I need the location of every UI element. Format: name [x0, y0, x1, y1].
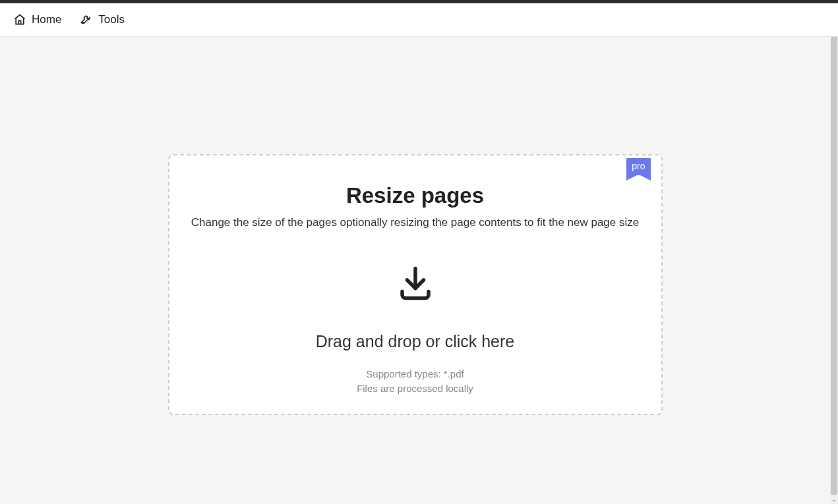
- download-icon: [396, 264, 435, 303]
- processed-locally: Files are processed locally: [357, 381, 473, 397]
- navbar: Home Tools: [0, 3, 838, 37]
- scrollbar-down-button[interactable]: ⌄: [830, 495, 838, 504]
- pro-badge: pro: [626, 158, 650, 175]
- dropzone-instruction: Drag and drop or click here: [316, 332, 515, 351]
- nav-home-label: Home: [32, 13, 61, 26]
- scrollbar[interactable]: [830, 37, 838, 495]
- pro-badge-label: pro: [632, 161, 645, 171]
- file-dropzone[interactable]: pro Resize pages Change the size of the …: [168, 154, 663, 415]
- home-icon: [13, 13, 26, 26]
- tools-icon: [80, 13, 93, 26]
- nav-tools[interactable]: Tools: [80, 13, 125, 26]
- scrollbar-thumb[interactable]: [831, 37, 837, 495]
- nav-tools-label: Tools: [98, 13, 125, 26]
- nav-home[interactable]: Home: [13, 13, 61, 26]
- supported-types: Supported types: *.pdf: [366, 367, 464, 382]
- page-subtitle: Change the size of the pages optionally …: [191, 215, 640, 231]
- page-title: Resize pages: [346, 183, 484, 208]
- main-content: pro Resize pages Change the size of the …: [0, 37, 830, 504]
